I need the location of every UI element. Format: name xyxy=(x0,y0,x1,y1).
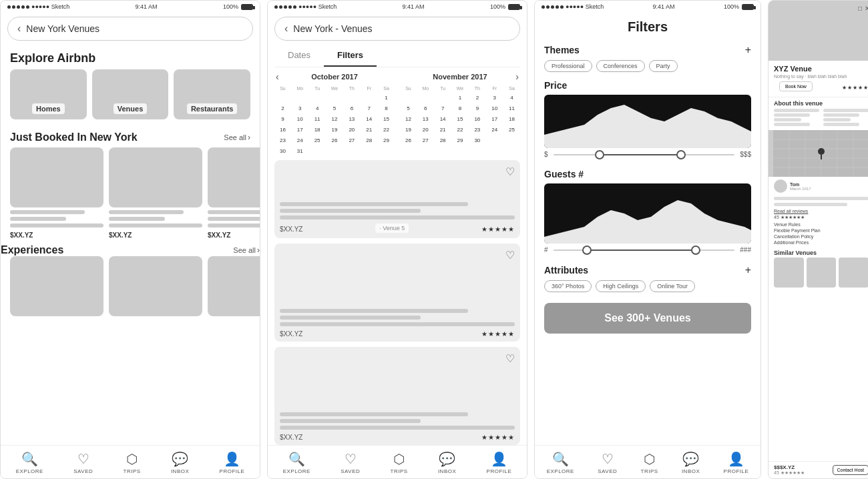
cal-day[interactable]: 5 xyxy=(400,103,417,113)
heart-btn-1[interactable]: ♡ xyxy=(505,165,515,178)
listing-card-2[interactable]: $XX.YZ xyxy=(109,147,202,239)
cal-day[interactable]: 5 xyxy=(327,103,343,113)
cal-day[interactable]: 18 xyxy=(309,125,326,135)
cal-day[interactable]: 9 xyxy=(469,103,485,113)
cal-day[interactable]: 23 xyxy=(469,125,485,135)
cal-day[interactable]: 13 xyxy=(417,114,434,124)
cal-day[interactable]: 24 xyxy=(292,135,308,145)
search-bar-1[interactable]: ‹ New York Venues xyxy=(7,17,253,41)
listing-card-1[interactable]: $XX.YZ xyxy=(10,147,103,239)
price-slider-left[interactable] xyxy=(595,150,604,159)
cal-day[interactable]: 25 xyxy=(309,135,326,145)
nav-saved-2[interactable]: ♡ SAVED xyxy=(341,451,360,474)
nav-saved-3[interactable]: ♡ SAVED xyxy=(598,451,617,474)
cal-day[interactable]: 1 xyxy=(378,93,395,103)
cal-day[interactable]: 29 xyxy=(378,135,395,145)
cal-day[interactable]: 27 xyxy=(343,135,360,145)
nav-trips-3[interactable]: ⬡ TRIPS xyxy=(641,451,658,474)
nav-profile-2[interactable]: 👤 PROFILE xyxy=(487,451,512,474)
cal-day[interactable]: 11 xyxy=(503,103,520,113)
cal-day[interactable]: 3 xyxy=(292,103,308,113)
nav-saved-1[interactable]: ♡ SAVED xyxy=(73,451,93,474)
cal-day[interactable]: 20 xyxy=(417,125,434,135)
cal-day[interactable]: 2 xyxy=(274,103,291,113)
cal-day[interactable]: 13 xyxy=(343,114,360,124)
cal-day[interactable]: 4 xyxy=(503,93,520,103)
cal-day[interactable]: 26 xyxy=(327,135,343,145)
exp-card-3[interactable] xyxy=(208,256,260,319)
nav-explore-1[interactable]: 🔍 EXPLORE xyxy=(16,451,43,474)
venue-card-2[interactable]: ♡ $XX.YZ ★★★★★ xyxy=(274,244,520,342)
cal-day[interactable]: 17 xyxy=(486,114,503,124)
tag-party[interactable]: Party xyxy=(649,60,678,72)
cal-day[interactable]: 22 xyxy=(378,125,395,135)
venue-map[interactable] xyxy=(769,130,868,177)
venue-card-3[interactable]: ♡ $XX.YZ ★★★★★ xyxy=(274,347,520,445)
cal-day[interactable]: 23 xyxy=(274,135,291,145)
attributes-add-btn[interactable]: + xyxy=(745,264,751,276)
guests-slider-track[interactable] xyxy=(554,250,735,251)
nav-explore-2[interactable]: 🔍 EXPLORE xyxy=(283,451,310,474)
cal-day[interactable]: 12 xyxy=(327,114,343,124)
cal-day[interactable]: 17 xyxy=(292,125,308,135)
cal-day[interactable]: 6 xyxy=(417,103,434,113)
cal-day[interactable]: 1 xyxy=(452,93,469,103)
tab-dates[interactable]: Dates xyxy=(274,45,324,67)
cal-day[interactable]: 10 xyxy=(292,114,308,124)
price-slider-track[interactable] xyxy=(554,154,735,155)
themes-add-btn[interactable]: + xyxy=(745,44,751,56)
price-slider-right[interactable] xyxy=(676,150,686,159)
book-now-button[interactable]: Book Now xyxy=(779,81,813,91)
tag-conferences[interactable]: Conferences xyxy=(596,60,645,72)
nav-inbox-1[interactable]: 💬 INBOX xyxy=(171,451,189,474)
cal-day[interactable]: 19 xyxy=(327,125,343,135)
guests-slider-right[interactable] xyxy=(691,246,700,255)
tag-high-ceilings[interactable]: High Ceilings xyxy=(596,280,646,292)
cal-day[interactable]: 28 xyxy=(435,135,451,145)
back-arrow-2[interactable]: ‹ xyxy=(284,23,288,35)
heart-btn-2[interactable]: ♡ xyxy=(505,249,515,262)
cal-day[interactable]: 14 xyxy=(435,114,451,124)
cal-day[interactable]: 7 xyxy=(361,103,377,113)
close-icon[interactable]: ✕ xyxy=(865,5,868,12)
nav-trips-2[interactable]: ⬡ TRIPS xyxy=(391,451,408,474)
category-restaurants[interactable]: Restaurants xyxy=(174,69,250,119)
nav-profile-1[interactable]: 👤 PROFILE xyxy=(220,451,245,474)
cal-day[interactable]: 30 xyxy=(469,135,485,145)
guests-slider-left[interactable] xyxy=(582,246,592,255)
cal-day[interactable]: 7 xyxy=(435,103,451,113)
cal-day[interactable]: 30 xyxy=(274,146,291,156)
tag-online-tour[interactable]: Online Tour xyxy=(650,280,695,292)
cal-day[interactable]: 3 xyxy=(486,93,503,103)
cal-day[interactable]: 31 xyxy=(292,146,308,156)
listing-card-3[interactable]: $XX.YZ xyxy=(208,147,260,239)
cal-day[interactable]: 20 xyxy=(343,125,360,135)
nav-inbox-3[interactable]: 💬 INBOX xyxy=(682,451,700,474)
share-icon[interactable]: □ xyxy=(858,5,862,12)
experiences-see-all[interactable]: See all › xyxy=(233,246,260,255)
exp-card-1[interactable] xyxy=(10,256,103,319)
cal-day[interactable]: 15 xyxy=(378,114,395,124)
cal-day[interactable]: 26 xyxy=(400,135,417,145)
nav-inbox-2[interactable]: 💬 INBOX xyxy=(438,451,456,474)
search-bar-2[interactable]: ‹ New York - Venues xyxy=(274,17,520,41)
exp-card-2[interactable] xyxy=(109,256,202,319)
cal-day[interactable]: 8 xyxy=(452,103,469,113)
nav-explore-3[interactable]: 🔍 EXPLORE xyxy=(547,451,574,474)
cal-day[interactable]: 12 xyxy=(400,114,417,124)
cal-day[interactable]: 27 xyxy=(417,135,434,145)
cal-day[interactable]: 16 xyxy=(469,114,485,124)
just-booked-see-all[interactable]: See all › xyxy=(224,133,250,142)
tab-filters[interactable]: Filters xyxy=(324,45,377,67)
category-venues[interactable]: Venues xyxy=(92,69,169,119)
contact-host-button[interactable]: Contact Host xyxy=(833,465,868,475)
similar-card-1[interactable] xyxy=(774,258,804,288)
cal-prev-oct[interactable]: ‹ xyxy=(276,71,279,82)
tag-360photos[interactable]: 360° Photos xyxy=(544,280,592,292)
cal-next-nov[interactable]: › xyxy=(515,71,519,82)
nav-profile-3[interactable]: 👤 PROFILE xyxy=(724,451,749,474)
cal-day[interactable]: 9 xyxy=(274,114,291,124)
cal-day[interactable]: 14 xyxy=(361,114,377,124)
heart-btn-3[interactable]: ♡ xyxy=(505,352,515,365)
cal-day[interactable]: 29 xyxy=(452,135,469,145)
